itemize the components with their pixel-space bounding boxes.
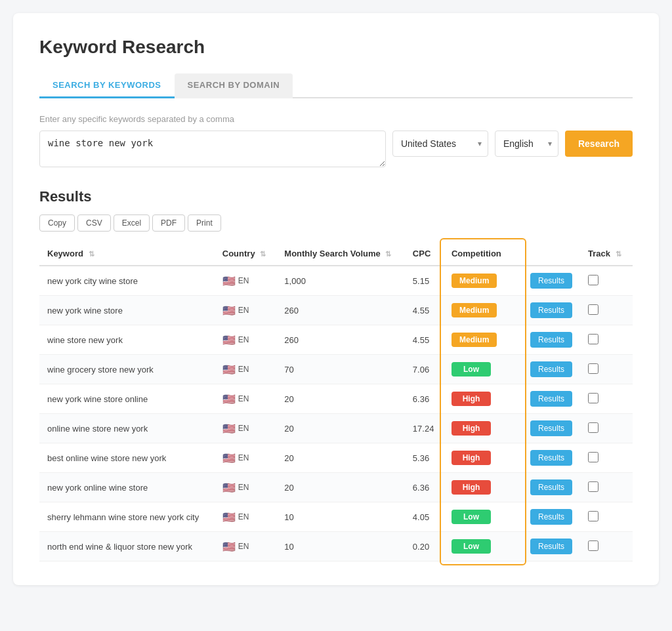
results-button[interactable]: Results	[530, 420, 572, 436]
sort-track-icon[interactable]: ⇅	[616, 250, 621, 258]
table-row: new york wine store 🇺🇸 EN 260 4.55 Mediu…	[39, 296, 633, 325]
cell-track	[580, 532, 633, 561]
col-header-track: Track ⇅	[580, 242, 633, 266]
cell-country: 🇺🇸 EN	[215, 355, 277, 384]
search-row: wine store new york United States United…	[39, 131, 633, 167]
cell-country: 🇺🇸 EN	[215, 443, 277, 473]
cell-cpc: 6.36	[405, 384, 444, 414]
competition-badge: Medium	[452, 303, 497, 317]
sort-country-icon[interactable]: ⇅	[260, 250, 266, 258]
track-checkbox[interactable]	[588, 334, 598, 344]
col-header-competition: Competition	[444, 242, 522, 266]
results-button[interactable]: Results	[530, 450, 572, 466]
cell-lang: EN	[238, 542, 249, 551]
cell-volume: 260	[276, 296, 405, 325]
cell-track	[580, 355, 633, 384]
track-checkbox[interactable]	[588, 304, 598, 315]
cell-keyword: wine store new york	[39, 325, 215, 355]
results-button[interactable]: Results	[530, 332, 572, 348]
track-checkbox[interactable]	[588, 363, 598, 374]
col-header-keyword: Keyword ⇅	[39, 242, 215, 266]
cell-results-btn: Results	[522, 443, 580, 473]
cell-lang: EN	[238, 424, 249, 433]
sort-keyword-icon[interactable]: ⇅	[89, 250, 94, 258]
competition-badge: Medium	[452, 274, 497, 288]
sort-volume-icon[interactable]: ⇅	[385, 250, 391, 258]
research-button[interactable]: Research	[565, 131, 633, 157]
cell-lang: EN	[238, 306, 249, 315]
col-header-country: Country ⇅	[215, 242, 277, 266]
cell-lang: EN	[238, 453, 249, 462]
cell-cpc: 4.05	[405, 502, 444, 532]
cell-volume: 20	[276, 443, 405, 473]
competition-badge: High	[452, 451, 491, 465]
track-checkbox[interactable]	[588, 275, 598, 285]
competition-badge: Medium	[452, 333, 497, 347]
cell-keyword: new york online wine store	[39, 473, 215, 502]
cell-volume: 20	[276, 473, 405, 502]
cell-country: 🇺🇸 EN	[215, 384, 277, 414]
cell-track	[580, 296, 633, 325]
language-select-wrapper: English Spanish French German	[495, 131, 558, 157]
cell-cpc: 6.36	[405, 473, 444, 502]
country-select[interactable]: United States United Kingdom Canada Aust…	[392, 131, 488, 157]
tab-domain[interactable]: Search by Domain	[175, 73, 293, 98]
cell-cpc: 5.36	[405, 443, 444, 473]
results-button[interactable]: Results	[530, 539, 572, 554]
language-select[interactable]: English Spanish French German	[495, 131, 558, 157]
results-button[interactable]: Results	[530, 479, 572, 495]
results-button[interactable]: Results	[530, 391, 572, 407]
cell-results-btn: Results	[522, 325, 580, 355]
pdf-button[interactable]: PDF	[152, 214, 185, 232]
excel-button[interactable]: Excel	[114, 214, 150, 232]
flag-icon: 🇺🇸	[222, 481, 236, 494]
cell-country: 🇺🇸 EN	[215, 502, 277, 532]
cell-competition: High	[444, 443, 522, 473]
results-button[interactable]: Results	[530, 509, 572, 525]
keyword-input[interactable]: wine store new york	[39, 131, 386, 167]
cell-volume: 70	[276, 355, 405, 384]
flag-icon: 🇺🇸	[222, 452, 236, 464]
track-checkbox[interactable]	[588, 481, 598, 492]
table-row: north end wine & liquor store new york 🇺…	[39, 532, 633, 561]
cell-competition: Medium	[444, 296, 522, 325]
table-row: wine store new york 🇺🇸 EN 260 4.55 Mediu…	[39, 325, 633, 355]
results-button[interactable]: Results	[530, 361, 572, 377]
cell-results-btn: Results	[522, 266, 580, 296]
csv-button[interactable]: CSV	[77, 214, 111, 232]
cell-volume: 20	[276, 384, 405, 414]
cell-keyword: new york wine store online	[39, 384, 215, 414]
cell-keyword: wine grocery store new york	[39, 355, 215, 384]
cell-track	[580, 443, 633, 473]
track-checkbox[interactable]	[588, 452, 598, 462]
track-checkbox[interactable]	[588, 393, 598, 403]
cell-competition: Low	[444, 532, 522, 561]
cell-cpc: 7.06	[405, 355, 444, 384]
copy-button[interactable]: Copy	[39, 214, 75, 232]
track-checkbox[interactable]	[588, 422, 598, 433]
col-header-cpc: CPC	[405, 242, 444, 266]
flag-icon: 🇺🇸	[222, 334, 236, 346]
flag-icon: 🇺🇸	[222, 393, 236, 405]
track-checkbox[interactable]	[588, 511, 598, 521]
cell-lang: EN	[238, 483, 249, 492]
cell-cpc: 4.55	[405, 296, 444, 325]
cell-track	[580, 266, 633, 296]
cell-track	[580, 325, 633, 355]
cell-competition: High	[444, 384, 522, 414]
results-button[interactable]: Results	[530, 302, 572, 318]
cell-results-btn: Results	[522, 355, 580, 384]
cell-keyword: new york city wine store	[39, 266, 215, 296]
cell-results-btn: Results	[522, 296, 580, 325]
flag-icon: 🇺🇸	[222, 363, 236, 376]
results-title: Results	[39, 188, 633, 205]
results-button[interactable]: Results	[530, 273, 572, 289]
track-checkbox[interactable]	[588, 540, 598, 551]
print-button[interactable]: Print	[188, 214, 221, 232]
col-header-results	[522, 242, 580, 266]
tab-keywords[interactable]: Search by Keywords	[39, 73, 175, 98]
tab-bar: Search by Keywords Search by Domain	[39, 73, 633, 98]
table-row: new york online wine store 🇺🇸 EN 20 6.36…	[39, 473, 633, 502]
cell-country: 🇺🇸 EN	[215, 532, 277, 561]
cell-results-btn: Results	[522, 414, 580, 443]
